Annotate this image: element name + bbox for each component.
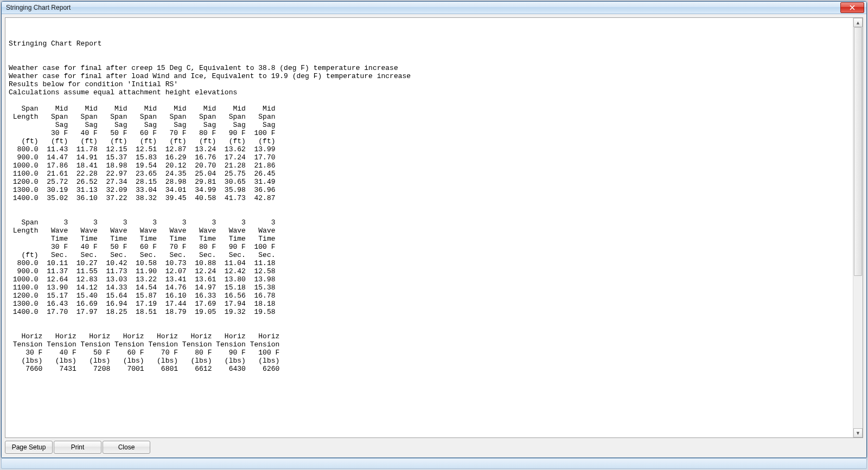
close-button[interactable]: Close xyxy=(103,441,150,454)
vertical-scrollbar[interactable]: ▲ ▼ xyxy=(853,18,863,437)
report-text: Stringing Chart Report Weather case for … xyxy=(5,18,853,437)
scroll-track[interactable] xyxy=(853,27,863,428)
window-title: Stringing Chart Report xyxy=(6,4,839,11)
scroll-thumb[interactable] xyxy=(854,27,862,276)
taskbar-strip xyxy=(1,458,867,469)
report-frame: Stringing Chart Report Weather case for … xyxy=(5,17,863,438)
page-setup-button[interactable]: Page Setup xyxy=(5,441,53,454)
scroll-down-icon[interactable]: ▼ xyxy=(853,428,863,437)
scroll-up-icon[interactable]: ▲ xyxy=(853,18,863,27)
print-button[interactable]: Print xyxy=(54,441,101,454)
close-icon[interactable] xyxy=(840,2,864,13)
client-area: Stringing Chart Report Weather case for … xyxy=(2,14,866,458)
titlebar[interactable]: Stringing Chart Report xyxy=(2,2,866,14)
button-row: Page Setup Print Close xyxy=(5,438,863,454)
report-window: Stringing Chart Report Stringing Chart R… xyxy=(1,1,867,458)
